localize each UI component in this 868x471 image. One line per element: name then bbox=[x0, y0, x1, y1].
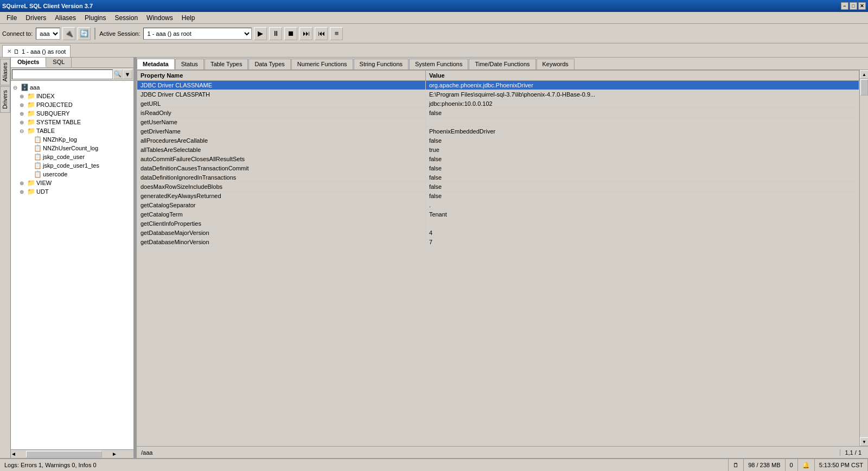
tree-root[interactable]: ⊖ 🗄️ aaa bbox=[13, 83, 131, 92]
tree-item-udt[interactable]: ⊕ 📁 UDT bbox=[20, 187, 131, 196]
tree-index-icon: 📁 bbox=[27, 92, 35, 100]
footer-counter: 0 bbox=[786, 459, 798, 471]
session-btn-3[interactable]: ⏹ bbox=[284, 27, 297, 40]
refresh-btn[interactable]: 🔄 bbox=[78, 27, 91, 40]
active-session-select[interactable]: 1 - aaa () as root bbox=[143, 28, 252, 40]
tree-index-toggle[interactable]: ⊕ bbox=[20, 93, 26, 99]
cell-value: true bbox=[425, 145, 859, 155]
table-row[interactable]: getURLjdbc:phoenix:10.0.0.102 bbox=[137, 99, 859, 109]
minimize-button[interactable]: − bbox=[841, 2, 848, 10]
session-btn-1[interactable]: ▶ bbox=[254, 27, 267, 40]
session-btn-2[interactable]: ⏸ bbox=[269, 27, 282, 40]
table-row[interactable]: getDatabaseMinorVersion7 bbox=[137, 238, 859, 247]
footer-notification-icon[interactable]: 🔔 bbox=[798, 459, 815, 471]
search-input[interactable] bbox=[12, 69, 113, 79]
aliases-tab[interactable]: Aliases bbox=[0, 59, 10, 85]
tree-item-nnzhkp[interactable]: 📋 NNZhKp_log bbox=[26, 135, 131, 144]
tree-item-table[interactable]: ⊖ 📁 TABLE bbox=[20, 126, 131, 135]
tab-objects[interactable]: Objects bbox=[11, 58, 46, 67]
table-row[interactable]: getCatalogTermTenant bbox=[137, 210, 859, 219]
tree-subquery-toggle[interactable]: ⊕ bbox=[20, 111, 26, 117]
tree-item-subquery[interactable]: ⊕ 📁 SUBQUERY bbox=[20, 109, 131, 118]
table-row[interactable]: doesMaxRowSizeIncludeBlobsfalse bbox=[137, 182, 859, 192]
table-row[interactable]: getClientInfoProperties bbox=[137, 219, 859, 228]
hscroll-left-btn[interactable]: ◄ bbox=[11, 451, 16, 457]
cell-value: PhoenixEmbeddedDriver bbox=[425, 127, 859, 136]
table-row[interactable]: dataDefinitionIgnoredInTransactionsfalse bbox=[137, 173, 859, 182]
tab-timedate-functions[interactable]: Time/Date Functions bbox=[469, 59, 535, 69]
session-tab-close[interactable]: ✕ bbox=[7, 48, 11, 54]
connect-btn[interactable]: 🔌 bbox=[62, 27, 75, 40]
cell-property-name: allProceduresAreCallable bbox=[137, 136, 426, 145]
tab-sql[interactable]: SQL bbox=[46, 58, 72, 67]
col-value: Value bbox=[425, 71, 859, 81]
tree-hscroll[interactable]: ◄ ► bbox=[11, 449, 133, 458]
tab-status[interactable]: Status bbox=[175, 59, 204, 69]
menu-help[interactable]: Help bbox=[177, 13, 200, 23]
connect-to-select[interactable]: aaa bbox=[36, 28, 60, 40]
hscroll-right-btn[interactable]: ► bbox=[112, 451, 117, 457]
table-row[interactable]: autoCommitFailureClosesAllResultSetsfals… bbox=[137, 155, 859, 164]
cell-value: . bbox=[425, 201, 859, 210]
tree-systemtable-toggle[interactable]: ⊕ bbox=[20, 119, 26, 125]
table-row[interactable]: getDatabaseMajorVersion4 bbox=[137, 228, 859, 238]
tree-udt-toggle[interactable]: ⊕ bbox=[20, 189, 26, 195]
tree-item-index[interactable]: ⊕ 📁 INDEX bbox=[20, 92, 131, 100]
tree-jskpcodeuser-icon: 📋 bbox=[34, 153, 42, 161]
menu-windows[interactable]: Windows bbox=[142, 13, 177, 23]
tree-projected-toggle[interactable]: ⊕ bbox=[20, 102, 26, 108]
table-row[interactable]: JDBC Driver CLASSNAMEorg.apache.phoenix.… bbox=[137, 81, 859, 90]
menu-file[interactable]: File bbox=[2, 13, 21, 23]
table-row[interactable]: getCatalogSeparator. bbox=[137, 201, 859, 210]
session-tab-1[interactable]: ✕ 🗋 1 - aaa () as root bbox=[2, 45, 71, 57]
tree-root-toggle[interactable]: ⊖ bbox=[13, 85, 20, 91]
maximize-button[interactable]: □ bbox=[850, 2, 857, 10]
search-button[interactable]: 🔍 bbox=[113, 69, 123, 79]
main-wrapper: Aliases Drivers Objects SQL 🔍 ▼ bbox=[0, 58, 868, 458]
table-row[interactable]: getUserName bbox=[137, 118, 859, 127]
tree-item-usercode[interactable]: 📋 usercode bbox=[26, 170, 131, 179]
table-row[interactable]: allProceduresAreCallablefalse bbox=[137, 136, 859, 145]
filter-button[interactable]: ▼ bbox=[123, 69, 132, 79]
vscroll-up-btn[interactable]: ▲ bbox=[860, 70, 868, 79]
table-row[interactable]: JDBC Driver CLASSPATHE:\Program Files\sq… bbox=[137, 90, 859, 99]
tree-table-toggle[interactable]: ⊖ bbox=[20, 128, 26, 134]
session-btn-5[interactable]: ⏮ bbox=[315, 27, 328, 40]
menu-session[interactable]: Session bbox=[110, 13, 142, 23]
session-btn-4[interactable]: ⏭ bbox=[299, 27, 312, 40]
table-row[interactable]: allTablesAreSelectabletrue bbox=[137, 145, 859, 155]
status-path: /aaa bbox=[139, 449, 840, 456]
tab-table-types[interactable]: Table Types bbox=[205, 59, 248, 69]
title-bar-buttons: − □ ✕ bbox=[841, 2, 866, 10]
tab-data-types[interactable]: Data Types bbox=[248, 59, 290, 69]
table-row[interactable]: getDriverNamePhoenixEmbeddedDriver bbox=[137, 127, 859, 136]
hscroll-thumb[interactable] bbox=[26, 451, 102, 457]
menu-drivers[interactable]: Drivers bbox=[21, 13, 50, 23]
tab-string-functions[interactable]: String Functions bbox=[354, 59, 409, 69]
footer-log-icon[interactable]: 🗒 bbox=[729, 459, 744, 471]
tab-metadata[interactable]: Metadata bbox=[137, 59, 175, 69]
tree-item-jskpcodeuser[interactable]: 📋 jskp_code_user bbox=[26, 152, 131, 161]
menu-aliases[interactable]: Aliases bbox=[50, 13, 80, 23]
tree-item-projected[interactable]: ⊕ 📁 PROJECTED bbox=[20, 100, 131, 109]
drivers-tab[interactable]: Drivers bbox=[0, 86, 10, 113]
tree-item-jskpcodeuser1[interactable]: 📋 jskp_code_user1_tes bbox=[26, 161, 131, 170]
tree-item-nnzhusercount[interactable]: 📋 NNZhUserCount_log bbox=[26, 144, 131, 152]
session-btn-6[interactable]: ≡ bbox=[330, 27, 343, 40]
vscroll-down-btn[interactable]: ▼ bbox=[860, 437, 868, 446]
close-button[interactable]: ✕ bbox=[858, 2, 866, 10]
tab-keywords[interactable]: Keywords bbox=[537, 59, 575, 69]
cell-value: org.apache.phoenix.jdbc.PhoenixDriver bbox=[425, 81, 859, 90]
tree-item-view[interactable]: ⊕ 📁 VIEW bbox=[20, 179, 131, 187]
vscroll-track[interactable] bbox=[860, 79, 868, 437]
tab-numeric-functions[interactable]: Numeric Functions bbox=[291, 59, 353, 69]
vscroll-thumb[interactable] bbox=[860, 79, 868, 96]
table-row[interactable]: generatedKeyAlwaysReturnedfalse bbox=[137, 192, 859, 201]
right-vscroll[interactable]: ▲ ▼ bbox=[859, 70, 868, 446]
tab-system-functions[interactable]: System Functions bbox=[409, 59, 468, 69]
menu-plugins[interactable]: Plugins bbox=[80, 13, 110, 23]
tree-view-toggle[interactable]: ⊕ bbox=[20, 180, 26, 186]
table-row[interactable]: isReadOnlyfalse bbox=[137, 109, 859, 118]
tree-item-systemtable[interactable]: ⊕ 📁 SYSTEM TABLE bbox=[20, 118, 131, 126]
table-row[interactable]: dataDefinitionCausesTransactionCommitfal… bbox=[137, 164, 859, 173]
